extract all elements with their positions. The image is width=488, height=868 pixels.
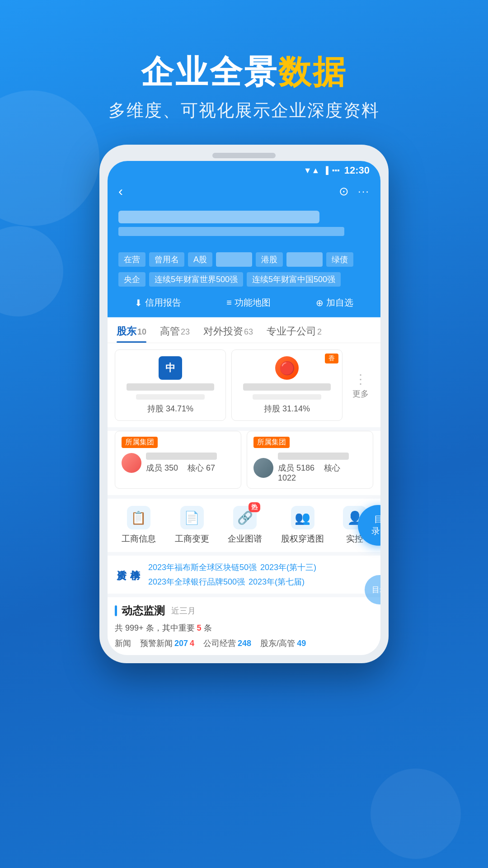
group-card-2[interactable]: 所属集团 成员 5186 核心 1022 xyxy=(247,431,373,489)
equity-label: 股权穿透图 xyxy=(281,533,324,545)
battery-icon: ▪▪▪ xyxy=(332,166,340,175)
bangdan-link-2[interactable]: 2023年(第十三) xyxy=(260,562,316,573)
group-card-1[interactable]: 所属集团 成员 350 核心 67 xyxy=(115,431,241,489)
group-inner-2: 成员 5186 核心 1022 xyxy=(253,453,366,483)
status-icons: ▼▲ ▐ ▪▪▪ xyxy=(304,166,340,175)
tag-h-stock[interactable]: 港股 xyxy=(256,252,283,267)
bangdan-links: 2023年福布斯全球区块链50强 2023年(第十三) 2023年全球银行品牌5… xyxy=(148,562,373,587)
float-btn-label2: 录≡ xyxy=(371,525,380,537)
dongtai-period: 近三月 xyxy=(171,605,196,616)
phone-wrapper: ▼▲ ▐ ▪▪▪ 12:30 ‹ ⊙ ··· 在营 xyxy=(0,145,488,663)
group-stats-2: 成员 5186 核心 1022 xyxy=(278,462,366,483)
tab-executive[interactable]: 高管23 xyxy=(160,325,190,343)
company-sub1 xyxy=(118,227,344,236)
tab-subsidiary[interactable]: 专业子公司2 xyxy=(267,325,322,343)
map-label: 功能地图 xyxy=(235,297,271,309)
group-avatar-1 xyxy=(122,453,141,473)
tag-zaying[interactable]: 在营 xyxy=(118,252,145,267)
dongtai-operations: 公司经营 248 xyxy=(203,638,251,649)
tag-lvzhai[interactable]: 绿债 xyxy=(326,252,353,267)
credit-report-btn[interactable]: ⬇ 信用报告 xyxy=(135,297,181,309)
float-btn-label: 目 xyxy=(374,514,381,525)
business-change-icon: 📄 xyxy=(180,506,204,529)
icons-row: 📋 工商信息 📄 工商变更 🔗 热 企业图谱 xyxy=(108,499,380,552)
group-avatar-2 xyxy=(253,458,273,478)
bangdan-link-1[interactable]: 2023年福布斯全球区块链50强 xyxy=(148,562,257,573)
wifi-icon: ▼▲ xyxy=(304,166,320,175)
icon-equity[interactable]: 👥 股权穿透图 xyxy=(281,506,324,545)
sh-percent-1: 持股 34.71% xyxy=(147,403,193,414)
tag-fortune-china[interactable]: 连续5年财富中国500强 xyxy=(247,272,341,287)
company-section xyxy=(108,206,380,247)
sh-avatar-2: 🔴 xyxy=(275,356,299,380)
search-button[interactable]: ⊙ xyxy=(339,184,349,198)
hot-badge: 热 xyxy=(249,502,260,512)
business-change-label: 工商变更 xyxy=(175,533,209,545)
dongtai-count: 共 999+ 条，其中重要 5 条 xyxy=(115,623,373,633)
bottom-decoration xyxy=(371,769,461,859)
back-button[interactable]: ‹ xyxy=(118,184,123,199)
dongtai-news: 新闻 xyxy=(115,638,131,649)
map-icon: ≡ xyxy=(226,297,232,308)
title-part2: 数据 xyxy=(278,54,347,90)
nav-actions: ⊙ ··· xyxy=(339,184,370,198)
tag-a-stock-val xyxy=(216,252,252,267)
dongtai-title: 动态监测 xyxy=(122,604,165,618)
dongtai-warning: 预警新闻 207 4 xyxy=(140,638,194,649)
group-row: 所属集团 成员 350 核心 67 xyxy=(108,431,380,495)
signal-icon: ▐ xyxy=(323,166,328,175)
function-map-btn[interactable]: ≡ 功能地图 xyxy=(226,297,271,309)
sh-name-1 xyxy=(127,383,214,391)
tab-shareholder[interactable]: 股东10 xyxy=(117,325,146,343)
bangdan-link-3[interactable]: 2023年全球银行品牌500强 xyxy=(148,576,245,587)
tag-h-stock-val xyxy=(286,252,323,267)
enterprise-map-icon: 🔗 热 xyxy=(233,506,257,529)
main-content: 股东10 高管23 对外投资63 专业子公司2 中 xyxy=(108,317,380,655)
header-section: 企业全景数据 多维度、可视化展示企业深度资料 xyxy=(0,0,488,140)
tags-row-1: 在营 曾用名 A股 港股 绿债 xyxy=(108,247,380,270)
sh-more-btn[interactable]: ⋮ 更多 xyxy=(348,349,373,421)
credit-label: 信用报告 xyxy=(145,297,181,309)
tag-fortune-world[interactable]: 连续5年财富世界500强 xyxy=(149,272,243,287)
more-button[interactable]: ··· xyxy=(358,185,370,198)
group-tag-1: 所属集团 xyxy=(122,437,158,448)
hong-kong-tag: 香 xyxy=(325,354,338,363)
group-name-2 xyxy=(278,453,349,460)
sh-name-2 xyxy=(243,383,331,391)
tag-a-stock[interactable]: A股 xyxy=(188,252,212,267)
shareholder-card-2[interactable]: 香 🔴 持股 31.14% xyxy=(231,349,343,421)
group-info-1: 成员 350 核心 67 xyxy=(146,453,235,473)
group-tag-2: 所属集团 xyxy=(253,437,290,448)
title-part1: 企业全景 xyxy=(141,54,278,90)
status-time: 12:30 xyxy=(344,165,370,176)
shareholders-grid: 中 持股 34.71% 香 🔴 持股 31.14% xyxy=(108,343,380,427)
dongtai-bar xyxy=(115,605,117,616)
sh-percent-2: 持股 31.14% xyxy=(264,403,310,414)
bangdan-section: 榜单资质 2023年福布斯全球区块链50强 2023年(第十三) 2023年全球… xyxy=(108,556,380,594)
bangdan-link-4[interactable]: 2023年(第七届) xyxy=(249,576,305,587)
more-icon: ⋮ xyxy=(354,372,367,387)
add-watchlist-btn[interactable]: ⊕ 加自选 xyxy=(316,297,353,309)
icon-business-info[interactable]: 📋 工商信息 xyxy=(122,506,156,545)
sh-avatar-1: 中 xyxy=(159,356,182,380)
icon-enterprise-map[interactable]: 🔗 热 企业图谱 xyxy=(228,506,262,545)
action-row: ⬇ 信用报告 ≡ 功能地图 ⊕ 加自选 xyxy=(108,292,380,317)
sh-sub-1 xyxy=(136,394,204,400)
shareholder-card-1[interactable]: 中 持股 34.71% xyxy=(115,349,226,421)
tag-yangqi[interactable]: 央企 xyxy=(118,272,145,287)
icon-business-change[interactable]: 📄 工商变更 xyxy=(175,506,209,545)
group-info-2: 成员 5186 核心 1022 xyxy=(278,453,366,483)
credit-icon: ⬇ xyxy=(135,297,142,308)
phone-inner: ▼▲ ▐ ▪▪▪ 12:30 ‹ ⊙ ··· 在营 xyxy=(108,161,380,655)
tab-investment[interactable]: 对外投资63 xyxy=(203,325,253,343)
tag-zengyongming[interactable]: 曾用名 xyxy=(149,252,184,267)
tags-row-2: 央企 连续5年财富世界500强 连续5年财富中国500强 xyxy=(108,270,380,292)
bangdan-title-vertical: 榜单资质 xyxy=(115,562,142,587)
dongtai-executives: 股东/高管 49 xyxy=(260,638,306,649)
phone-outer: ▼▲ ▐ ▪▪▪ 12:30 ‹ ⊙ ··· 在营 xyxy=(99,145,389,663)
phone-notch xyxy=(212,153,276,158)
dongtai-row: 新闻 预警新闻 207 4 公司经营 248 股东/高管 xyxy=(115,638,373,649)
header-title: 企业全景数据 xyxy=(0,54,488,90)
group-name-1 xyxy=(146,453,217,460)
add-icon: ⊕ xyxy=(316,297,324,308)
